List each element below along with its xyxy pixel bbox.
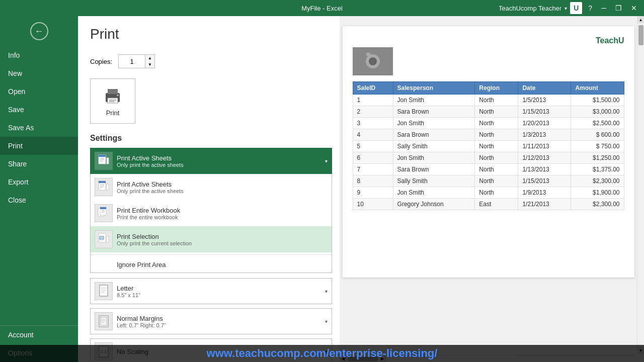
svg-rect-17: [107, 184, 109, 190]
table-cell: 3: [353, 118, 393, 129]
sidebar-item-save[interactable]: Save: [0, 101, 78, 119]
titlebar-title: MyFile - Excel: [301, 5, 343, 12]
table-row: 1Jon SmithNorth1/5/2013$1,500.00: [353, 95, 624, 106]
svg-rect-11: [107, 158, 109, 164]
table-cell: Jon Smith: [393, 152, 475, 164]
svg-rect-15: [100, 186, 104, 187]
help-button[interactable]: ?: [585, 3, 595, 13]
dropdown-selected-text: Print Active Sheets Only print the activ…: [117, 154, 321, 168]
option-active-sheets[interactable]: Print Active Sheets Only print the activ…: [91, 174, 332, 200]
table-cell: North: [475, 129, 518, 141]
col-header-saleid: SaleID: [353, 82, 393, 95]
sidebar-item-open[interactable]: Open: [0, 82, 78, 101]
option-text-entire-workbook: Print Entire Workbook Print the entire w…: [117, 207, 328, 220]
table-cell: 8: [353, 175, 393, 187]
sidebar-item-saveas[interactable]: Save As: [0, 119, 78, 137]
selected-option-icon: [95, 152, 113, 170]
table-cell: $ 750.00: [571, 141, 624, 152]
print-button-label: Print: [106, 109, 120, 117]
table-cell: 1/20/2013: [518, 118, 571, 129]
option-print-selection[interactable]: Print Selection Only print the current s…: [91, 226, 332, 252]
ignore-print-area-option[interactable]: Ignore Print Area: [91, 257, 332, 273]
col-header-amount: Amount: [571, 82, 624, 95]
print-button-wrap: Print: [90, 78, 332, 124]
table-cell: Sally Smith: [393, 141, 475, 152]
preview-image: [353, 47, 393, 75]
minimize-button[interactable]: ─: [598, 3, 609, 13]
table-cell: 10: [353, 199, 393, 210]
selected-title: Print Active Sheets: [117, 154, 321, 162]
restore-button[interactable]: ❐: [612, 3, 625, 13]
selected-subtitle: Only print the active sheets: [117, 162, 321, 168]
print-button[interactable]: Print: [90, 78, 135, 124]
table-row: 6Jon SmithNorth1/12/2013$1,250.00: [353, 152, 624, 164]
sidebar-item-share[interactable]: Share: [0, 155, 78, 173]
preview-scroll-up[interactable]: ▲: [637, 16, 644, 23]
preview-area: ▲ ▼ ◀ ▶ TeachU: [340, 16, 644, 362]
svg-rect-25: [100, 239, 103, 240]
copies-up-button[interactable]: ▲: [145, 55, 154, 61]
copies-spinner: ▲ ▼: [145, 55, 154, 68]
table-cell: 2: [353, 106, 393, 118]
table-cell: $3,000.00: [571, 106, 624, 118]
svg-rect-5: [117, 95, 119, 96]
table-cell: 1/13/2013: [518, 164, 571, 175]
table-cell: 6: [353, 152, 393, 164]
table-row: 3Jon SmithNorth1/20/2013$2,500.00: [353, 118, 624, 129]
preview-table: SaleID Salesperson Region Date Amount 1J…: [353, 81, 624, 210]
table-cell: $2,300.00: [571, 175, 624, 187]
watermark: www.teachucomp.com/enterprise-licensing/: [0, 345, 644, 362]
preview-brand: TeachU: [353, 36, 624, 45]
dropdown-menu: Print Active Sheets Only print the activ…: [90, 174, 332, 273]
svg-rect-27: [100, 285, 108, 296]
dropdown-divider: [91, 254, 332, 255]
copies-down-button[interactable]: ▼: [145, 61, 154, 68]
svg-rect-13: [99, 181, 106, 183]
svg-rect-4: [109, 101, 114, 102]
svg-rect-16: [100, 187, 103, 188]
table-row: 7Sara BrownNorth1/13/2013$1,375.00: [353, 164, 624, 175]
option-entire-workbook[interactable]: Print Entire Workbook Print the entire w…: [91, 200, 332, 226]
svg-rect-1: [108, 89, 118, 94]
titlebar: MyFile - Excel TeachUcomp Teacher ▾ U ? …: [0, 0, 644, 16]
copies-input[interactable]: [119, 55, 145, 68]
sidebar-item-account[interactable]: Account: [0, 326, 78, 344]
preview-vscrollbar: ▲ ▼: [637, 16, 644, 354]
dropdown-selected-header[interactable]: Print Active Sheets Only print the activ…: [90, 148, 332, 174]
option-icon-entire-workbook: [95, 204, 113, 222]
table-row: 5Sally SmithNorth1/11/2013$ 750.00: [353, 141, 624, 152]
table-cell: 1/11/2013: [518, 141, 571, 152]
table-cell: $1,375.00: [571, 164, 624, 175]
table-cell: North: [475, 152, 518, 164]
margins-arrow-icon: ▾: [325, 319, 328, 324]
dropdown-chevron-icon: ▾: [325, 158, 328, 164]
table-cell: North: [475, 175, 518, 187]
paper-size-icon: [95, 282, 113, 300]
svg-rect-24: [100, 236, 104, 239]
col-header-region: Region: [475, 82, 518, 95]
sidebar-item-export[interactable]: Export: [0, 173, 78, 191]
table-cell: North: [475, 187, 518, 199]
content-area: Print Copies: ▲ ▼: [78, 16, 644, 362]
back-button[interactable]: ←: [30, 22, 48, 40]
paper-size-arrow-icon: ▾: [325, 289, 328, 294]
main-layout: ← Info New Open Save Save As Print Share…: [0, 16, 644, 362]
preview-page: TeachU SaleID: [343, 26, 634, 278]
table-cell: 7: [353, 164, 393, 175]
margins-dropdown[interactable]: Normal Margins Left: 0.7" Right: 0.7" ▾: [90, 308, 332, 334]
sidebar-item-print[interactable]: Print: [0, 137, 78, 155]
paper-size-dropdown[interactable]: Letter 8.5" x 11" ▾: [90, 278, 332, 304]
table-cell: North: [475, 106, 518, 118]
sidebar-item-info[interactable]: Info: [0, 46, 78, 64]
svg-point-40: [369, 57, 377, 65]
sidebar-item-new[interactable]: New: [0, 64, 78, 82]
preview-vscroll-thumb[interactable]: [638, 25, 643, 45]
sidebar-item-close[interactable]: Close: [0, 191, 78, 209]
option-icon-print-selection: [95, 230, 113, 248]
svg-rect-3: [109, 100, 116, 101]
print-scope-dropdown: Print Active Sheets Only print the activ…: [90, 148, 332, 273]
table-cell: $ 600.00: [571, 129, 624, 141]
table-cell: 1/12/2013: [518, 152, 571, 164]
close-button[interactable]: ✕: [628, 3, 640, 13]
svg-rect-7: [99, 155, 106, 157]
